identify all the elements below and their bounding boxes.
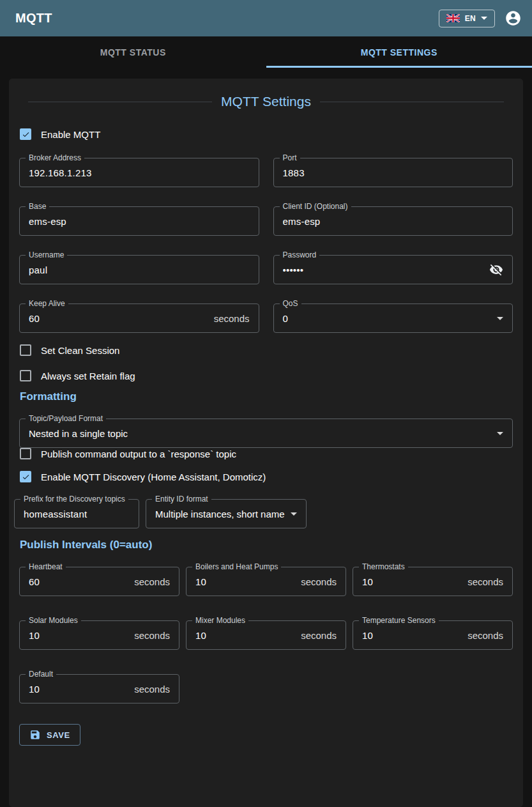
username-field[interactable]: Username [19,251,259,284]
solar-label: Solar Modules [26,617,81,625]
tab-mqtt-status-label: MQTT STATUS [100,47,166,58]
language-label: EN [465,14,476,23]
retain-flag-label: Always set Retain flag [41,371,135,381]
publish-intervals-heading: Publish Intervals (0=auto) [20,539,513,551]
dropdown-arrow-icon [497,432,503,435]
entity-id-format-select[interactable]: Entity ID format Multiple instances, sho… [146,495,307,528]
broker-address-label: Broker Address [26,154,84,162]
boilers-label: Boilers and Heat Pumps [192,563,281,571]
broker-address-field[interactable]: Broker Address [19,154,259,187]
boilers-input[interactable] [195,576,296,587]
enable-mqtt-checkbox-row[interactable]: Enable MQTT [20,128,513,140]
checkbox-checked-icon[interactable] [20,128,31,140]
thermostats-interval-field[interactable]: Thermostats seconds [353,563,513,596]
client-id-label: Client ID (Optional) [280,203,351,211]
username-input[interactable] [29,265,250,275]
tab-bar: MQTT STATUS MQTT SETTINGS [0,36,532,68]
formatting-heading: Formatting [20,390,513,403]
chevron-down-icon [481,17,487,20]
keep-alive-label: Keep Alive [26,300,68,308]
save-button[interactable]: SAVE [19,724,80,746]
client-id-input[interactable] [283,216,504,227]
dropdown-arrow-icon [497,317,503,320]
thermostats-input[interactable] [362,576,462,587]
mixer-input[interactable] [195,630,296,641]
tab-mqtt-settings[interactable]: MQTT SETTINGS [266,36,532,68]
mqtt-settings-panel: MQTT Settings Enable MQTT Broker Address… [9,79,523,807]
entity-id-format-value: Multiple instances, short name [155,509,285,519]
username-label: Username [26,251,67,259]
temperature-label: Temperature Sensors [359,617,439,625]
default-interval-field[interactable]: Default seconds [19,670,179,703]
unit-label: seconds [301,576,337,587]
unit-label: seconds [134,576,170,587]
app-bar: MQTT EN [0,0,532,36]
default-label: Default [26,670,56,679]
mqtt-discovery-checkbox-row[interactable]: Enable MQTT Discovery (Home Assistant, D… [20,471,513,482]
unit-label: seconds [467,630,503,641]
password-input[interactable] [283,265,485,275]
discovery-prefix-field[interactable]: Prefix for the Discovery topics [14,495,139,528]
divider-line [320,102,504,102]
divider-line [28,102,212,102]
dropdown-arrow-icon [291,512,297,516]
checkbox-checked-icon[interactable] [20,471,31,482]
page-title: MQTT [15,11,439,26]
save-button-label: SAVE [47,730,70,740]
unit-label: seconds [134,684,170,695]
mixer-label: Mixer Modules [192,617,248,625]
language-selector-button[interactable]: EN [439,10,495,27]
visibility-off-icon[interactable] [489,263,503,277]
default-input[interactable] [29,684,129,695]
solar-input[interactable] [29,630,129,641]
account-circle-icon[interactable] [505,10,522,27]
save-icon [29,729,41,741]
port-label: Port [280,154,300,162]
publish-response-checkbox-row[interactable]: Publish command output to a `response` t… [20,448,513,459]
checkbox-unchecked-icon[interactable] [20,344,31,356]
password-field[interactable]: Password [273,251,513,284]
broker-address-input[interactable] [29,167,250,178]
heartbeat-interval-field[interactable]: Heartbeat seconds [19,563,179,596]
retain-flag-checkbox-row[interactable]: Always set Retain flag [20,370,513,381]
panel-title: MQTT Settings [221,94,311,109]
temperature-interval-field[interactable]: Temperature Sensors seconds [353,617,513,650]
topic-format-label: Topic/Payload Format [26,415,106,423]
entity-id-format-label: Entity ID format [152,495,211,503]
mixer-interval-field[interactable]: Mixer Modules seconds [186,617,346,650]
publish-response-label: Publish command output to a `response` t… [41,449,236,459]
checkbox-unchecked-icon[interactable] [20,448,31,459]
temperature-input[interactable] [362,630,462,641]
base-input[interactable] [29,216,250,227]
qos-value: 0 [283,313,492,324]
keep-alive-unit: seconds [214,313,250,324]
clean-session-checkbox-row[interactable]: Set Clean Session [20,344,513,356]
topic-format-select[interactable]: Topic/Payload Format Nested in a single … [19,415,513,448]
mqtt-discovery-label: Enable MQTT Discovery (Home Assistant, D… [41,472,266,482]
port-field[interactable]: Port [273,154,513,187]
enable-mqtt-label: Enable MQTT [41,129,100,140]
unit-label: seconds [467,576,503,587]
client-id-field[interactable]: Client ID (Optional) [273,203,513,236]
solar-interval-field[interactable]: Solar Modules seconds [19,617,179,650]
password-label: Password [280,251,320,259]
keep-alive-input[interactable] [29,313,209,324]
discovery-prefix-input[interactable] [24,509,130,519]
checkbox-unchecked-icon[interactable] [20,370,31,381]
qos-label: QoS [280,300,301,308]
base-field[interactable]: Base [19,203,259,236]
uk-flag-icon [446,14,460,22]
qos-select[interactable]: QoS 0 [273,300,513,333]
clean-session-label: Set Clean Session [41,345,119,356]
heartbeat-input[interactable] [29,576,129,587]
topic-format-value: Nested in a single topic [29,428,492,439]
tab-mqtt-status[interactable]: MQTT STATUS [0,36,266,68]
heartbeat-label: Heartbeat [26,563,66,571]
boilers-interval-field[interactable]: Boilers and Heat Pumps seconds [186,563,346,596]
base-label: Base [26,203,49,211]
tab-mqtt-settings-label: MQTT SETTINGS [361,47,437,58]
port-input[interactable] [283,167,504,178]
keep-alive-field[interactable]: Keep Alive seconds [19,300,259,333]
unit-label: seconds [301,630,337,641]
unit-label: seconds [134,630,170,641]
